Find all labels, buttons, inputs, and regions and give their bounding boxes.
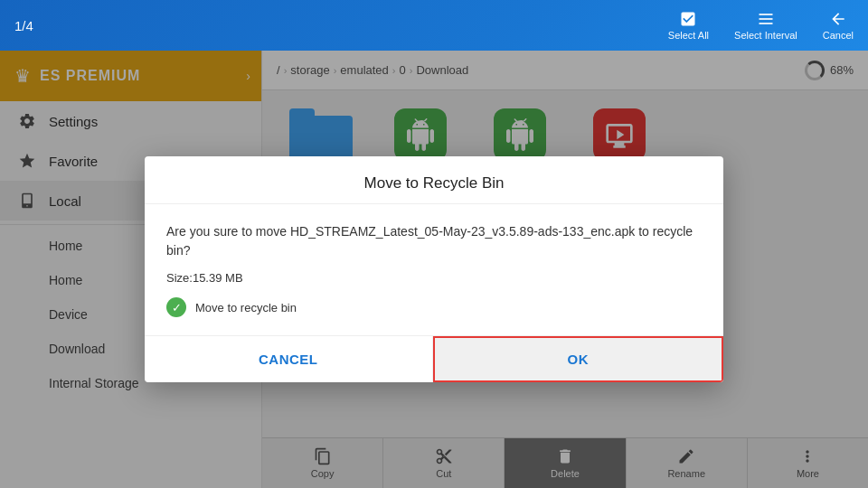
size-value: 15.39 MB <box>193 271 243 285</box>
dialog-ok-button[interactable]: OK <box>433 336 724 382</box>
top-bar: 1/4 Select All Select Interval Cancel <box>0 0 868 51</box>
svg-rect-0 <box>759 14 772 15</box>
check-circle-icon: ✓ <box>166 297 186 317</box>
dialog-cancel-button[interactable]: CANCEL <box>145 336 433 382</box>
cancel-top-label: Cancel <box>823 30 854 41</box>
top-bar-actions: Select All Select Interval Cancel <box>668 10 854 41</box>
select-interval-label: Select Interval <box>734 30 797 41</box>
cancel-top-button[interactable]: Cancel <box>823 10 854 41</box>
app-container: 1/4 Select All Select Interval Cancel ♛ … <box>0 0 868 488</box>
select-interval-button[interactable]: Select Interval <box>734 10 797 41</box>
counter-label: 1/4 <box>14 18 33 33</box>
svg-rect-2 <box>759 23 772 24</box>
recycle-bin-dialog: Move to Recycle Bin Are you sure to move… <box>145 156 723 382</box>
dialog-body: Are you sure to move HD_STREAMZ_Latest_0… <box>145 204 723 335</box>
svg-rect-1 <box>759 18 772 20</box>
main-area: ♛ ES PREMIUM › Settings Favorite Local H… <box>0 51 868 488</box>
option-label: Move to recycle bin <box>195 301 297 314</box>
select-all-button[interactable]: Select All <box>668 10 709 41</box>
dialog-actions: CANCEL OK <box>145 335 723 382</box>
select-all-label: Select All <box>668 30 709 41</box>
dialog-option: ✓ Move to recycle bin <box>166 297 702 317</box>
dialog-size: Size:15.39 MB <box>166 271 702 285</box>
dialog-message: Are you sure to move HD_STREAMZ_Latest_0… <box>166 222 702 260</box>
size-label: Size: <box>166 271 193 285</box>
dialog-title: Move to Recycle Bin <box>145 156 723 204</box>
dialog-overlay: Move to Recycle Bin Are you sure to move… <box>0 51 868 488</box>
